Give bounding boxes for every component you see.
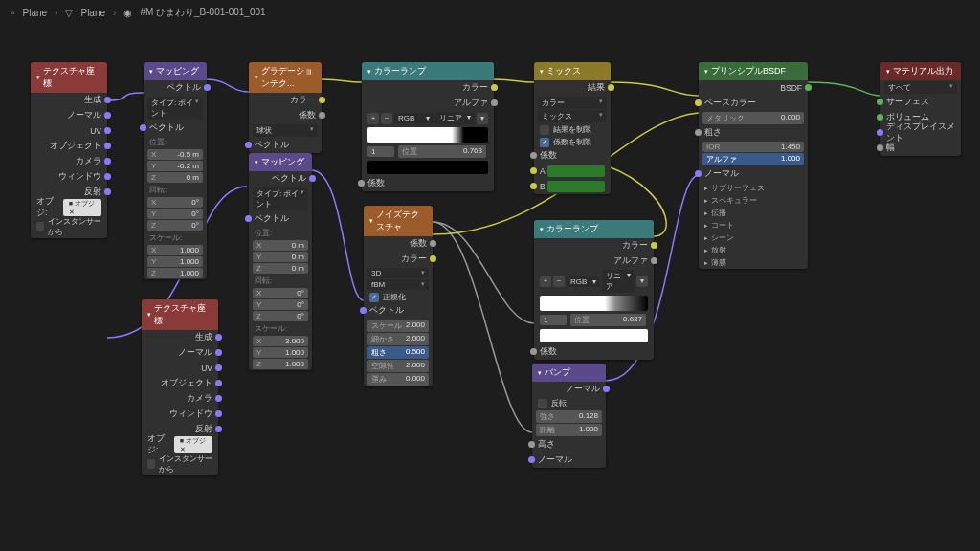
node-header[interactable]: グラデーションテク... <box>249 62 322 93</box>
ramp-gradient[interactable] <box>540 296 648 311</box>
bc-icon: ▫ <box>11 8 15 18</box>
node-header[interactable]: カラーランプ <box>534 220 654 238</box>
node-gradient[interactable]: グラデーションテク... カラー 係数 球状 ベクトル <box>249 62 322 153</box>
ramp-gradient[interactable] <box>368 127 488 143</box>
bc-sep: › <box>55 8 57 18</box>
bc-icon3: ◉ <box>123 8 132 18</box>
bc-b[interactable]: Plane <box>80 8 105 18</box>
node-mapping2[interactable]: マッピング ベクトル タイプ: ポイント ベクトル 位置: X0 m Y0 m … <box>249 153 312 370</box>
node-header[interactable]: プリンシプルBSDF <box>699 62 808 80</box>
gradient-type[interactable]: 球状 <box>253 124 318 137</box>
node-header[interactable]: マッピング <box>249 153 312 171</box>
bc-sep2: › <box>113 8 116 18</box>
bc-a[interactable]: Plane <box>23 8 48 18</box>
node-mix[interactable]: ミックス 結果 カラー ミックス 結果を制限 ✓係数を制限 係数 A B <box>534 62 611 194</box>
node-bsdf[interactable]: プリンシプルBSDF BSDF ベースカラー メタリック0.000 粗さ IOR… <box>699 62 808 269</box>
node-texcoord[interactable]: テクスチャ座標 生成 ノーマル UV オブジェクト カメラ ウィンドウ 反射 オ… <box>31 62 107 238</box>
node-header[interactable]: テクスチャ座標 <box>142 299 218 330</box>
node-mapping[interactable]: マッピング ベクトル タイプ: ポイント ベクトル 位置: X-0.5 m Y-… <box>144 62 207 279</box>
node-bump[interactable]: バンプ ノーマル 反転 強さ0.128 距離1.000 高さ ノーマル <box>532 364 606 468</box>
bc-c[interactable]: #M ひまわり_B-001-001_001 <box>140 6 265 19</box>
breadcrumb[interactable]: ▫ Plane › ▽ Plane › ◉ #M ひまわり_B-001-001_… <box>11 6 266 19</box>
node-header[interactable]: テクスチャ座標 <box>31 62 107 93</box>
node-output[interactable]: マテリアル出力 すべて サーフェス ボリューム ディスプレイスメント 幅 <box>880 62 961 156</box>
node-noise[interactable]: ノイズテクスチャ 係数 カラー 3D fBM ✓正規化 ベクトル スケール2.0… <box>364 206 433 386</box>
node-texcoord2[interactable]: テクスチャ座標 生成 ノーマル UV オブジェクト カメラ ウィンドウ 反射 オ… <box>142 299 218 475</box>
node-header[interactable]: ノイズテクスチャ <box>364 206 433 236</box>
node-header[interactable]: ミックス <box>534 62 611 80</box>
type-dropdown[interactable]: タイプ: ポイント <box>147 97 203 120</box>
bc-icon2: ▽ <box>65 8 73 18</box>
node-header[interactable]: マッピング <box>144 62 207 80</box>
node-header[interactable]: バンプ <box>532 364 606 382</box>
node-colorramp2[interactable]: カラーランプ カラー アルファ +−RGB▾リニア▾▾ 1位置0.637 係数 <box>534 220 654 360</box>
node-header[interactable]: マテリアル出力 <box>880 62 961 80</box>
node-colorramp[interactable]: カラーランプ カラー アルファ +−RGB▾リニア▾▾ 1位置0.763 係数 <box>362 62 494 191</box>
checkbox[interactable] <box>36 222 44 231</box>
node-header[interactable]: カラーランプ <box>362 62 494 80</box>
